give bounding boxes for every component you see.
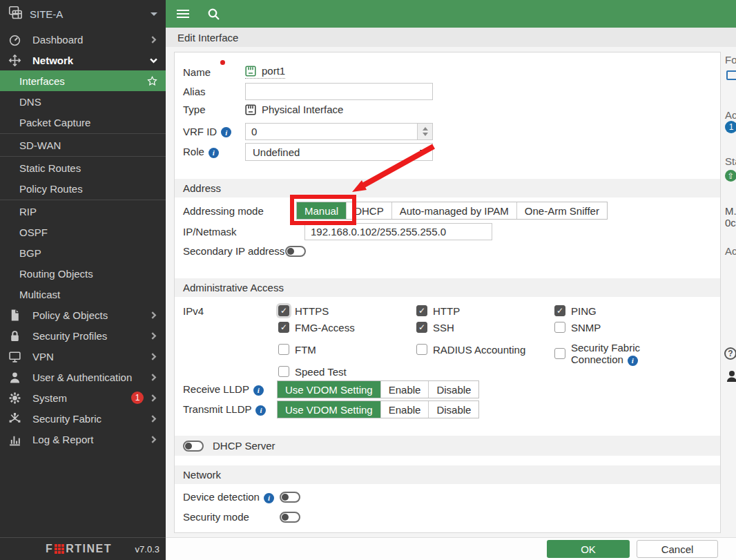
sidebar-item-network[interactable]: Network <box>0 50 166 70</box>
info-icon[interactable]: i <box>221 127 231 137</box>
info-icon[interactable]: i <box>253 385 264 396</box>
interface-name-value[interactable]: port1 <box>245 65 285 79</box>
right-panel-fragment: Ac <box>725 109 736 121</box>
checkbox-ping[interactable]: ✓PING <box>554 302 693 319</box>
secondary-ip-toggle[interactable] <box>285 246 306 257</box>
role-label: Rolei <box>183 146 245 158</box>
sidebar-item-label: Security Fabric <box>32 413 150 425</box>
sidebar-item-label: BGP <box>19 247 157 259</box>
ip-netmask-input[interactable] <box>304 223 492 240</box>
checkbox-label: SNMP <box>571 322 601 334</box>
transmit-lldp-enable-button[interactable]: Enable <box>380 401 429 418</box>
checkbox-fmg-access[interactable]: ✓FMG-Access <box>278 319 416 336</box>
search-button[interactable] <box>207 8 220 21</box>
role-select[interactable]: Undefined <box>245 143 433 161</box>
addressing-mode-group: ManualDHCPAuto-managed by IPAMOne-Arm Sn… <box>296 202 608 220</box>
ok-button[interactable]: OK <box>547 540 630 558</box>
addressing-mode-dhcp-button[interactable]: DHCP <box>346 202 391 219</box>
sidebar-item-label: System <box>32 392 131 404</box>
receive-lldp-use-vdom-setting-button[interactable]: Use VDOM Setting <box>278 381 380 398</box>
checkbox-speed-test[interactable]: ✓Speed Test <box>278 363 416 380</box>
alias-input[interactable] <box>245 83 433 100</box>
checkbox-snmp[interactable]: ✓SNMP <box>554 319 693 336</box>
sidebar-item-label: Multicast <box>19 289 157 300</box>
role-value: Undefined <box>253 146 300 158</box>
sidebar-item-sd-wan[interactable]: SD-WAN <box>0 135 166 155</box>
sidebar-item-policy-routes[interactable]: Policy Routes <box>0 178 166 199</box>
page-header: Edit Interface <box>166 28 736 47</box>
sidebar-item-security-profiles[interactable]: Security Profiles <box>0 325 166 346</box>
sidebar-item-dashboard[interactable]: Dashboard <box>0 29 166 50</box>
sidebar-item-multicast[interactable]: Multicast <box>0 284 166 305</box>
sidebar-item-vpn[interactable]: VPN <box>0 346 166 367</box>
sidebar-item-label: Security Profiles <box>32 330 150 342</box>
policy-icon <box>8 309 23 322</box>
info-icon[interactable]: i <box>628 356 638 366</box>
chevron-right-icon <box>150 36 157 44</box>
help-icon[interactable]: ? <box>724 347 736 360</box>
receive-lldp-label: Receive LLDPi <box>183 383 277 396</box>
alias-label: Alias <box>183 86 245 97</box>
cancel-button[interactable]: Cancel <box>637 540 718 558</box>
addressing-mode-auto-managed-by-ipam-button[interactable]: Auto-managed by IPAM <box>391 202 516 219</box>
secondary-ip-label: Secondary IP address <box>183 245 285 257</box>
checkbox-label: SSH <box>433 322 454 334</box>
transmit-lldp-disable-button[interactable]: Disable <box>428 401 478 418</box>
checkbox-security-fabric-connection[interactable]: ✓Security Fabric Connectioni <box>554 341 693 366</box>
vrf-label: VRF IDi <box>183 126 245 138</box>
checkbox-icon: ✓ <box>416 322 427 333</box>
transmit-lldp-use-vdom-setting-button[interactable]: Use VDOM Setting <box>278 401 380 418</box>
receive-lldp-disable-button[interactable]: Disable <box>428 381 478 398</box>
chevron-right-icon <box>150 394 157 402</box>
page-title: Edit Interface <box>177 32 238 44</box>
sidebar-item-policy-objects[interactable]: Policy & Objects <box>0 305 166 325</box>
checkbox-https[interactable]: ✓HTTPS <box>278 302 416 319</box>
alert-count-badge: 1 <box>131 392 144 404</box>
checkbox-ssh[interactable]: ✓SSH <box>416 319 554 336</box>
sidebar-item-label: RIP <box>19 206 157 218</box>
sidebar-item-static-routes[interactable]: Static Routes <box>0 157 166 178</box>
info-icon[interactable]: i <box>209 148 219 158</box>
stepper-up-icon <box>423 124 428 131</box>
sidebar-item-interfaces[interactable]: Interfaces <box>0 70 166 91</box>
dhcp-server-band: DHCP Server <box>175 436 720 456</box>
receive-lldp-enable-button[interactable]: Enable <box>380 381 429 398</box>
addressing-mode-manual-button[interactable]: Manual <box>297 202 346 219</box>
checkbox-http[interactable]: ✓HTTP <box>416 302 554 319</box>
addressing-mode-one-arm-sniffer-button[interactable]: One-Arm Sniffer <box>516 202 607 219</box>
info-icon[interactable]: i <box>255 405 266 416</box>
port-icon <box>245 66 256 77</box>
checkbox-label: Speed Test <box>295 366 347 378</box>
type-row: Type Physical Interface <box>183 104 343 115</box>
sidebar-item-security-fabric[interactable]: Security Fabric <box>0 408 166 429</box>
hamburger-icon <box>177 13 189 15</box>
chevron-right-icon <box>150 353 157 360</box>
sidebar-item-user-authentication[interactable]: User & Authentication <box>0 367 166 387</box>
sidebar-item-packet-capture[interactable]: Packet Capture <box>0 112 166 133</box>
sidebar-item-log-report[interactable]: Log & Report <box>0 429 166 450</box>
security-mode-toggle[interactable] <box>280 512 300 523</box>
sidebar-item-rip[interactable]: RIP <box>0 201 166 222</box>
sidebar-item-routing-objects[interactable]: Routing Objects <box>0 263 166 284</box>
type-value: Physical Interface <box>262 104 343 115</box>
sidebar-item-system[interactable]: System1 <box>0 387 166 408</box>
sidebar-item-bgp[interactable]: BGP <box>0 242 166 263</box>
favorite-star-icon[interactable] <box>147 76 157 86</box>
sidebar-item-label: Policy & Objects <box>32 309 150 321</box>
dhcp-server-toggle[interactable] <box>183 441 204 452</box>
info-icon[interactable]: i <box>264 493 274 503</box>
chevron-right-icon <box>150 436 157 443</box>
checkbox-radius-accounting[interactable]: ✓RADIUS Accounting <box>416 341 554 358</box>
vrf-id-input[interactable] <box>245 123 433 140</box>
checkbox-icon: ✓ <box>278 322 289 333</box>
menu-toggle-button[interactable] <box>175 13 191 15</box>
vrf-stepper[interactable] <box>417 124 432 139</box>
vrf-row: VRF IDi <box>183 123 433 140</box>
sidebar-item-ospf[interactable]: OSPF <box>0 222 166 242</box>
sidebar-item-dns[interactable]: DNS <box>0 91 166 112</box>
checkbox-icon: ✓ <box>278 305 289 316</box>
device-detection-toggle[interactable] <box>280 492 300 503</box>
site-icon <box>8 6 23 23</box>
vdom-selector[interactable]: SITE-A <box>0 0 166 28</box>
checkbox-ftm[interactable]: ✓FTM <box>278 341 416 358</box>
